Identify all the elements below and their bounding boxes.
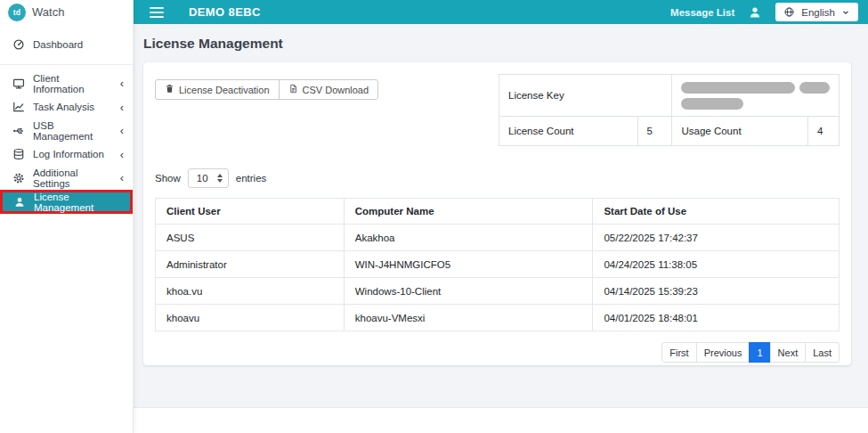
globe-icon: [783, 6, 795, 18]
pagination-first-button[interactable]: First: [661, 342, 696, 363]
usage-count-label: Usage Count: [672, 117, 808, 146]
cell-computer-name: Akakhoa: [344, 225, 593, 251]
sidebar-item-label: Log Information: [33, 149, 104, 159]
topbar-title: DEMO 8EBC: [189, 5, 261, 19]
brand: td Watch: [0, 0, 133, 24]
chevron-left-icon: ‹: [120, 172, 124, 184]
license-deactivation-button[interactable]: License Deactivation: [155, 79, 280, 100]
redaction-pill: [681, 82, 795, 94]
sidebar-item-label: USB Management: [33, 120, 112, 142]
usage-count-value: 4: [808, 117, 840, 146]
sidebar-item-label: Client Information: [33, 73, 112, 94]
column-client-user: Client User: [156, 199, 345, 225]
content-area: License Management License Deactivation: [134, 24, 868, 407]
sidebar-item-label: Additional Settings: [33, 167, 112, 189]
pagination-next-button[interactable]: Next: [770, 342, 807, 363]
sidebar-item-label: License Management: [34, 192, 121, 213]
page-title: License Management: [143, 36, 850, 52]
sidebar-item-additional-settings[interactable]: Additional Settings ‹: [0, 167, 133, 191]
redaction-pill: [681, 98, 743, 110]
cell-computer-name: WIN-J4HNMGICFO5: [344, 251, 593, 278]
pagination-last-button[interactable]: Last: [805, 342, 840, 363]
topbar-right: Message List English: [670, 3, 868, 21]
monitor-icon: [12, 78, 25, 90]
license-count-value: 5: [637, 117, 672, 146]
chevron-left-icon: ‹: [120, 102, 124, 113]
sidebar-item-usb-management[interactable]: USB Management ‹: [0, 119, 133, 143]
chevron-down-icon: [841, 8, 850, 17]
sidebar-item-dashboard[interactable]: Dashboard: [0, 33, 133, 57]
cell-start-date: 05/22/2025 17:42:37: [593, 225, 840, 251]
toolbar-button-group: License Deactivation CSV Download: [155, 79, 378, 100]
sidebar-item-license-management[interactable]: License Management: [0, 190, 133, 214]
select-arrows-icon: [217, 174, 223, 183]
csv-download-button[interactable]: CSV Download: [279, 79, 379, 100]
sidebar-item-log-information[interactable]: Log Information ‹: [0, 143, 133, 167]
table-row: khoa.vu Windows-10-Client 04/14/2025 15:…: [156, 278, 840, 305]
entries-control: Show 10 entries: [155, 168, 840, 188]
brand-name: Watch: [32, 5, 64, 19]
license-info-table: License Key License Count 5 Usage Count …: [499, 74, 840, 146]
topbar: DEMO 8EBC Message List English: [134, 0, 868, 24]
chart-line-icon: [12, 101, 25, 113]
license-key-value: [672, 75, 840, 117]
table-row: khoavu khoavu-VMesxi 04/01/2025 18:48:01: [156, 305, 840, 331]
file-icon: [288, 84, 298, 95]
chevron-left-icon: ‹: [120, 78, 124, 89]
footer: [134, 407, 868, 433]
license-card: License Deactivation CSV Download Licens…: [143, 62, 851, 365]
cell-client-user: khoavu: [156, 305, 345, 331]
cell-start-date: 04/01/2025 18:48:01: [593, 305, 840, 331]
user-icon[interactable]: [748, 5, 762, 20]
license-key-redacted: [681, 82, 830, 94]
gear-icon: [12, 172, 25, 184]
cell-computer-name: khoavu-VMesxi: [344, 305, 593, 331]
redaction-pill: [799, 82, 830, 94]
cell-start-date: 04/14/2025 15:39:23: [593, 278, 840, 305]
column-computer-name: Computer Name: [344, 199, 593, 225]
hamburger-icon[interactable]: [150, 7, 164, 18]
pagination-page-1-button[interactable]: 1: [749, 342, 770, 363]
sidebar-nav: Dashboard Client Information ‹ Task Anal…: [0, 24, 133, 214]
table-row: ASUS Akakhoa 05/22/2025 17:42:37: [156, 225, 840, 251]
sidebar-item-label: Task Analysis: [33, 102, 94, 112]
pagination: First Previous 1 Next Last: [155, 342, 840, 363]
language-selected: English: [801, 7, 835, 18]
trash-icon: [165, 84, 174, 95]
language-selector[interactable]: English: [775, 3, 858, 21]
gauge-icon: [12, 38, 25, 51]
csv-download-label: CSV Download: [303, 85, 369, 95]
sidebar-item-label: Dashboard: [33, 39, 83, 50]
pagination-previous-button[interactable]: Previous: [696, 342, 750, 363]
cell-start-date: 04/24/2025 11:38:05: [593, 251, 840, 278]
database-icon: [12, 148, 25, 160]
person-icon: [12, 196, 26, 208]
chevron-left-icon: ‹: [120, 149, 124, 160]
sidebar: td Watch Dashboard Client Information ‹: [0, 0, 134, 433]
entries-select[interactable]: 10: [188, 168, 229, 188]
sidebar-item-task-analysis[interactable]: Task Analysis ‹: [0, 95, 133, 119]
cell-computer-name: Windows-10-Client: [344, 278, 593, 305]
cell-client-user: ASUS: [156, 225, 345, 251]
show-label: Show: [155, 173, 181, 184]
cell-client-user: khoa.vu: [156, 278, 345, 305]
table-header-row: Client User Computer Name Start Date of …: [156, 199, 840, 225]
entries-label: entries: [236, 173, 267, 184]
sidebar-divider: [0, 64, 133, 65]
column-start-date: Start Date of Use: [593, 199, 840, 225]
table-row: Administrator WIN-J4HNMGICFO5 04/24/2025…: [156, 251, 840, 278]
usb-icon: [12, 125, 25, 137]
watch-logo-icon: td: [8, 4, 26, 21]
cell-client-user: Administrator: [156, 251, 345, 278]
entries-selected-value: 10: [197, 173, 208, 184]
license-count-label: License Count: [499, 117, 638, 146]
chevron-left-icon: ‹: [120, 125, 124, 136]
license-usage-table: Client User Computer Name Start Date of …: [155, 198, 840, 331]
license-deactivation-label: License Deactivation: [179, 85, 270, 95]
sidebar-item-client-information[interactable]: Client Information ‹: [0, 72, 133, 96]
message-list-link[interactable]: Message List: [670, 7, 734, 18]
license-key-label: License Key: [499, 75, 672, 117]
card-top-row: License Deactivation CSV Download Licens…: [155, 74, 840, 145]
